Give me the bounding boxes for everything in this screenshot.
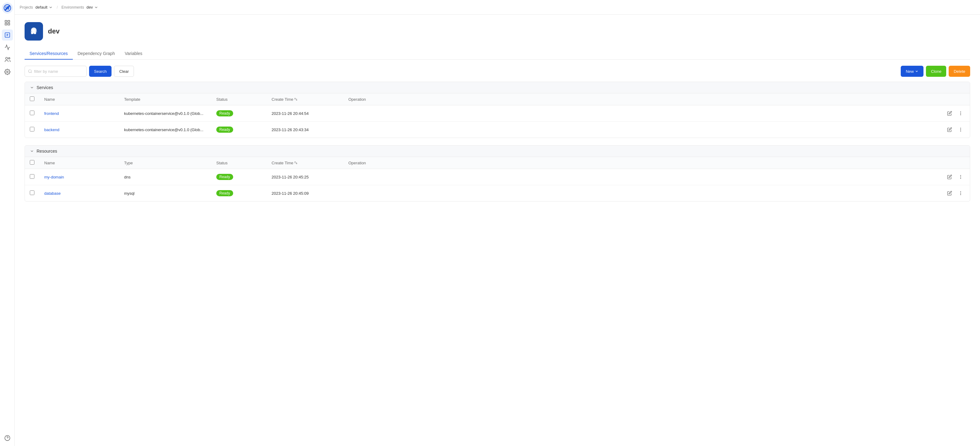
services-edit-icon-0[interactable] xyxy=(945,109,954,117)
clear-button[interactable]: Clear xyxy=(114,66,134,77)
resources-section: Resources Name Type Status Create Time xyxy=(25,145,970,202)
resources-table-row: database mysql Ready 2023-11-26 20:45:09 xyxy=(25,185,970,202)
services-edit-icon-1[interactable] xyxy=(945,125,954,134)
page-header: dev xyxy=(25,22,970,41)
delete-button[interactable]: Delete xyxy=(949,66,970,77)
resources-col-create-time[interactable]: Create Time xyxy=(267,157,344,169)
resources-col-status: Status xyxy=(212,157,267,169)
resources-row-name-0: my-domain xyxy=(39,169,119,185)
sidebar-item-help[interactable] xyxy=(2,432,13,444)
clone-button[interactable]: Clone xyxy=(926,66,946,77)
tab-dependency-graph[interactable]: Dependency Graph xyxy=(73,48,120,60)
search-input[interactable] xyxy=(34,69,83,74)
resources-table-body: my-domain dns Ready 2023-11-26 20:45:25 … xyxy=(25,169,970,202)
services-section-header: Services xyxy=(25,82,970,94)
services-row-check-1[interactable] xyxy=(30,127,34,132)
resources-link-database[interactable]: database xyxy=(44,191,61,196)
resources-more-icon-0[interactable] xyxy=(956,173,965,181)
resources-row-op-0 xyxy=(344,169,970,185)
resources-op-icons-0 xyxy=(348,173,965,181)
services-row-time-0: 2023-11-26 20:44:54 xyxy=(267,105,344,122)
resources-row-time-1: 2023-11-26 20:45:09 xyxy=(267,185,344,202)
resources-edit-icon-0[interactable] xyxy=(945,173,954,181)
sidebar-item-overview[interactable] xyxy=(2,17,13,28)
sidebar-item-settings[interactable] xyxy=(2,66,13,78)
projects-nav-label: Projects xyxy=(20,5,33,10)
services-row-time-1: 2023-11-26 20:43:34 xyxy=(267,122,344,138)
tab-services-resources[interactable]: Services/Resources xyxy=(25,48,73,60)
svg-point-9 xyxy=(6,71,8,73)
nav-separator: / xyxy=(57,5,58,10)
new-button[interactable]: New xyxy=(901,66,923,77)
environments-nav-label: Environments xyxy=(62,5,84,10)
tab-variables[interactable]: Variables xyxy=(120,48,147,60)
project-dropdown[interactable]: default xyxy=(35,5,53,10)
services-row-op-1 xyxy=(344,122,970,138)
services-status-badge-1: Ready xyxy=(216,127,233,133)
services-section-title: Services xyxy=(37,85,53,90)
resources-row-type-1: mysql xyxy=(119,185,212,202)
resources-row-time-0: 2023-11-26 20:45:25 xyxy=(267,169,344,185)
services-op-icons-0 xyxy=(348,109,965,117)
resources-table-row: my-domain dns Ready 2023-11-26 20:45:25 xyxy=(25,169,970,185)
svg-text:W: W xyxy=(5,6,10,10)
resources-sort-create-time[interactable]: Create Time xyxy=(272,161,298,165)
resources-edit-icon-1[interactable] xyxy=(945,189,954,197)
resources-row-status-1: Ready xyxy=(212,185,267,202)
resources-status-badge-1: Ready xyxy=(216,190,233,196)
services-row-template-0: kubernetes-containerservice@v0.1.0 (Glob… xyxy=(119,105,212,122)
svg-point-25 xyxy=(960,175,961,176)
svg-point-30 xyxy=(960,194,961,195)
services-select-all[interactable] xyxy=(30,97,34,101)
resources-row-op-1 xyxy=(344,185,970,202)
resources-status-badge-0: Ready xyxy=(216,174,233,180)
sort-icon xyxy=(294,97,298,101)
resources-more-icon-1[interactable] xyxy=(956,189,965,197)
services-op-icons-1 xyxy=(348,125,965,134)
services-link-backend[interactable]: backend xyxy=(44,127,59,132)
svg-point-22 xyxy=(960,128,961,129)
sidebar-item-projects[interactable] xyxy=(2,30,13,41)
resources-op-icons-1 xyxy=(348,189,965,197)
resources-select-all[interactable] xyxy=(30,160,34,165)
resources-row-check-0[interactable] xyxy=(30,174,34,179)
resources-collapse-icon[interactable] xyxy=(30,149,34,153)
services-col-status: Status xyxy=(212,94,267,105)
svg-rect-4 xyxy=(8,21,10,22)
services-more-icon-0[interactable] xyxy=(956,109,965,117)
services-row-name-0: frontend xyxy=(39,105,119,122)
toolbar: Search Clear New Clone Delete xyxy=(25,66,970,77)
resources-table: Name Type Status Create Time Operation xyxy=(25,157,970,201)
svg-point-20 xyxy=(960,113,961,113)
resources-link-my-domain[interactable]: my-domain xyxy=(44,175,64,179)
svg-rect-6 xyxy=(5,23,7,25)
services-col-checkbox xyxy=(25,94,39,105)
svg-point-29 xyxy=(960,193,961,193)
svg-point-24 xyxy=(960,131,961,131)
services-sort-create-time[interactable]: Create Time xyxy=(272,97,298,102)
services-collapse-icon[interactable] xyxy=(30,86,34,90)
project-name: default xyxy=(35,5,47,10)
svg-point-28 xyxy=(960,192,961,192)
page-title: dev xyxy=(48,27,60,35)
sidebar-item-metrics[interactable] xyxy=(2,42,13,53)
services-link-frontend[interactable]: frontend xyxy=(44,111,59,116)
resources-row-check-1[interactable] xyxy=(30,190,34,195)
resources-section-header: Resources xyxy=(25,146,970,157)
environment-dropdown[interactable]: dev xyxy=(86,5,98,10)
env-icon xyxy=(25,22,43,41)
search-button[interactable]: Search xyxy=(89,66,111,77)
services-row-status-1: Ready xyxy=(212,122,267,138)
services-table-row: frontend kubernetes-containerservice@v0.… xyxy=(25,105,970,122)
tabs: Services/Resources Dependency Graph Vari… xyxy=(25,48,970,60)
services-col-create-time[interactable]: Create Time xyxy=(267,94,344,105)
resources-col-checkbox xyxy=(25,157,39,169)
app-logo[interactable]: W xyxy=(2,2,13,14)
sidebar-item-members[interactable] xyxy=(2,54,13,65)
services-more-icon-1[interactable] xyxy=(956,125,965,134)
services-row-name-1: backend xyxy=(39,122,119,138)
services-section: Services Name Template Status Create Tim… xyxy=(25,82,970,138)
services-row-check-0[interactable] xyxy=(30,111,34,115)
chevron-down-icon xyxy=(49,5,53,10)
main-wrapper: Projects default / Environments dev xyxy=(15,0,980,446)
